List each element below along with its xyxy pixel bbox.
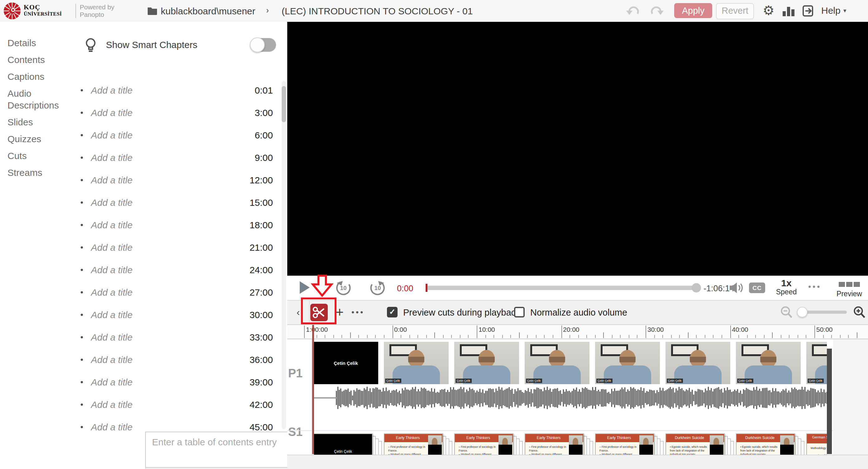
timeline-thumbnail[interactable]: Çetin Çelik Çetin Çelik [806,342,827,384]
entry-title[interactable]: Add a title [88,309,250,320]
preview-panes-icon [832,278,867,289]
timeline-zoom-slider[interactable] [800,311,847,314]
entry-title[interactable]: Add a title [88,152,255,163]
ruler-time-label: 40:00 [730,326,748,338]
contents-entry[interactable]: • Add a title 15:00 [72,191,287,213]
smart-chapters-toggle[interactable] [251,38,276,52]
apply-button[interactable]: Apply [674,3,712,18]
timeline-slide-group[interactable]: Çetin Çelik [313,434,373,455]
speed-control[interactable]: 1x Speed [772,277,801,296]
play-button[interactable] [300,281,310,294]
entry-title[interactable]: Add a title [88,287,250,297]
more-options-icon[interactable]: ••• [808,282,821,291]
add-stream-button[interactable]: + [332,303,347,322]
contents-entry[interactable]: • Add a title 45:00 [72,415,287,432]
collapse-timeline-chevron[interactable]: ‹ [287,301,310,324]
inset-camera [780,435,794,444]
sidebar-item[interactable]: Quizzes [0,130,72,147]
sidebar-item[interactable]: Slides [0,114,72,130]
contents-entry[interactable]: • Add a title 21:00 [72,236,287,258]
preview-cuts-checkbox[interactable]: ✓ [387,307,398,318]
contents-entry[interactable]: • Add a title 39:00 [72,371,287,393]
contents-entry[interactable]: • Add a title 30:00 [72,303,287,326]
stats-icon[interactable] [783,7,795,16]
exit-icon[interactable] [801,4,814,18]
revert-button[interactable]: Revert [716,3,754,19]
sidebar-item[interactable]: Cuts [0,147,72,164]
redo-icon[interactable] [649,4,663,17]
entry-title[interactable]: Add a title [88,264,250,275]
forward-10-icon[interactable]: 10 [369,279,386,296]
timeline-thumbnail[interactable]: Çetin Çelik Çetin Çelik [665,342,730,384]
contents-entry[interactable]: • Add a title 42:00 [72,393,287,415]
timeline-playhead[interactable] [312,325,314,454]
sidebar-item[interactable]: Streams [0,164,72,181]
entry-title[interactable]: Add a title [88,174,250,185]
entry-title[interactable]: Add a title [88,354,250,364]
entry-title[interactable]: Add a title [88,242,250,252]
timeline-thumbnail[interactable]: Çetin Çelik Çetin Çelik [525,342,589,384]
entry-title[interactable]: Add a title [88,421,250,432]
ruler-time-label: 10:00 [477,326,495,338]
entry-title[interactable]: Add a title [88,331,250,342]
settings-gear-icon[interactable]: ⚙ [763,2,775,19]
timeline-thumbnail[interactable]: Çetin Çelik Çetin Çelik [736,342,801,384]
cut-scissors-button[interactable] [310,304,328,321]
audio-waveform[interactable] [313,385,827,410]
contents-entry[interactable]: • Add a title 3:00 [72,101,287,123]
contents-entry[interactable]: • Add a title 24:00 [72,258,287,281]
timeline-thumbnail[interactable]: Çetin Çelik Çetin Çelik [454,342,519,384]
video-player[interactable] [287,22,868,276]
closed-captions-button[interactable]: CC [749,283,765,293]
preview-toggle[interactable]: Preview [832,278,867,297]
progress-bar[interactable] [426,286,698,290]
entry-title[interactable]: Add a title [88,376,250,387]
timeline-scrollbar-thumb[interactable] [827,349,832,454]
rewind-10-icon[interactable]: 10 [335,279,352,296]
contents-entry[interactable]: • Add a title 9:00 [72,146,287,168]
entry-title[interactable]: Add a title [88,197,250,207]
timeline-thumbnail[interactable]: Çetin Çelik Çetin Çelik [313,342,378,384]
timeline-ruler[interactable]: 0:0010:0020:0030:0040:0050:001:00:00 [287,325,868,339]
undo-icon[interactable] [626,4,641,17]
wall-picture [812,344,827,356]
timeline-slide-group[interactable]: Early Thinkers – First professor of soci… [454,434,514,455]
entry-title[interactable]: Add a title [88,219,250,230]
contents-entry[interactable]: • Add a title 27:00 [72,281,287,303]
contents-scrollbar[interactable] [282,81,286,429]
zoom-in-icon[interactable] [853,305,866,319]
timeline-more-icon[interactable]: ••• [351,307,365,317]
contents-entry[interactable]: • Add a title 0:01 [72,79,287,101]
contents-entry[interactable]: • Add a title 36:00 [72,348,287,371]
entry-title[interactable]: Add a title [88,107,255,118]
sidebar-item[interactable]: Contents [0,51,72,68]
entry-title[interactable]: Add a title [88,85,255,95]
timeline-thumbnail[interactable]: Çetin Çelik Çetin Çelik [384,342,448,384]
sidebar-item[interactable]: Details [0,34,72,51]
normalize-audio-checkbox[interactable] [514,307,525,318]
contents-scrollbar-thumb[interactable] [282,86,286,122]
entry-time: 9:00 [255,152,273,163]
timeline-slide-group[interactable]: Durkheim Suicide ▪ Egoistic suicide, whi… [736,434,795,455]
timeline-slide-group[interactable]: German Sociology: Max Weber Methodology … [806,434,827,455]
timeline-slide-group[interactable]: Durkheim Suicide ▪ Egoistic suicide, whi… [665,434,725,455]
help-menu[interactable]: Help▼ [821,5,847,16]
volume-icon[interactable] [729,282,745,294]
contents-entry[interactable]: • Add a title 12:00 [72,168,287,191]
zoom-out-icon[interactable] [780,305,793,319]
timeline-thumbnail[interactable]: Çetin Çelik Çetin Çelik [595,342,660,384]
contents-entry[interactable]: • Add a title 18:00 [72,213,287,236]
progress-playhead-tick[interactable] [426,284,428,292]
entry-title[interactable]: Add a title [88,399,250,409]
contents-entry[interactable]: • Add a title 33:00 [72,326,287,348]
breadcrumb-folder[interactable]: kublackboard\musener [161,6,255,16]
sidebar-item[interactable]: Captions [0,68,72,85]
timeline-slide-group[interactable]: Early Thinkers – First professor of soci… [384,434,443,455]
timeline-slide-group[interactable]: Early Thinkers – First professor of soci… [595,434,654,455]
panopto-editor: KOÇ ÜNİVERSİTESİ Powered by Panopto kubl… [0,0,868,469]
zoom-slider-knob[interactable] [797,307,808,318]
contents-entry[interactable]: • Add a title 6:00 [72,123,287,146]
timeline-slide-group[interactable]: Early Thinkers – First professor of soci… [525,434,584,455]
sidebar-item[interactable]: Audio Descriptions [0,85,72,114]
entry-title[interactable]: Add a title [88,129,255,140]
